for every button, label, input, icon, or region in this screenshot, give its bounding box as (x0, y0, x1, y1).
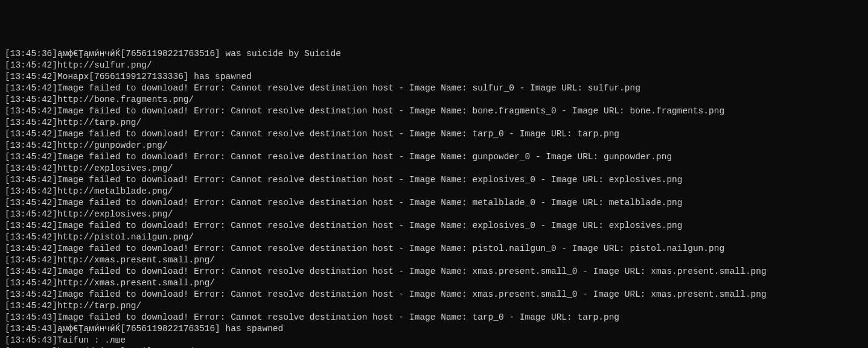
log-message: Image failed to download! Error: Cannot … (57, 289, 767, 299)
log-message: http://metalblade.png/ (57, 186, 173, 196)
log-line: [13:45:42]http://pistol.nailgun.png/ (5, 232, 863, 243)
log-message: Image failed to download! Error: Cannot … (57, 267, 767, 276)
log-line: [13:45:42]http://bone.fragments.png/ (5, 94, 863, 106)
log-message: ąмф€Ţąми́нчи́Ќ[76561198221763516] was su… (57, 49, 341, 59)
log-timestamp: [13:45:42] (5, 221, 57, 230)
log-message: Image failed to download! Error: Cannot … (57, 175, 682, 185)
log-line: [13:45:43]Image failed to download! Erro… (5, 312, 863, 323)
log-timestamp: [13:45:42] (5, 198, 57, 207)
log-line: [13:45:36]ąмф€Ţąми́нчи́Ќ[765611982217635… (5, 48, 863, 60)
log-timestamp: [13:45:42] (5, 152, 57, 162)
log-line: [13:45:42]Image failed to download! Erro… (5, 266, 863, 277)
log-timestamp: [13:45:42] (5, 129, 57, 139)
log-message: Taifun : .лше (57, 335, 126, 345)
log-line: [13:45:42]http://xmas.present.small.png/ (5, 255, 863, 266)
log-line: [13:45:42]Image failed to download! Erro… (5, 151, 863, 163)
log-message: Image failed to download! Error: Cannot … (57, 83, 640, 93)
log-message: http://explosives.png/ (57, 163, 173, 173)
log-message: ąмф€Ţąми́нчи́Ќ[76561198221763516] has sp… (57, 324, 283, 334)
log-message: http://explosives.png/ (57, 209, 173, 219)
log-timestamp: [13:45:42] (5, 72, 57, 81)
log-message: Image failed to download! Error: Cannot … (57, 312, 619, 322)
log-timestamp: [13:45:42] (5, 163, 57, 173)
log-message: Image failed to download! Error: Cannot … (57, 152, 672, 162)
log-line: [13:45:42]http://xmas.present.small.png/ (5, 277, 863, 289)
log-timestamp: [13:45:42] (5, 118, 57, 127)
log-timestamp: [13:45:43] (5, 335, 57, 345)
log-line: [13:45:42]http://tarp.png/ (5, 300, 863, 312)
log-message: Image failed to download! Error: Cannot … (57, 244, 724, 253)
log-message: http://xmas.present.small.png/ (57, 255, 215, 265)
log-line: [13:45:42]http://metalblade.png/ (5, 186, 863, 197)
log-line: [13:45:42]Image failed to download! Erro… (5, 220, 863, 232)
log-timestamp: [13:45:42] (5, 175, 57, 185)
log-message: Image failed to download! Error: Cannot … (57, 198, 682, 207)
log-line: [13:45:42]http://tarp.png/ (5, 117, 863, 128)
log-timestamp: [13:45:42] (5, 244, 57, 253)
log-message: Image failed to download! Error: Cannot … (57, 129, 619, 139)
log-timestamp: [13:45:42] (5, 186, 57, 196)
console-log-output: [13:45:36]ąмф€Ţąми́нчи́Ќ[765611982217635… (5, 48, 863, 348)
log-line: [13:45:42]Image failed to download! Erro… (5, 197, 863, 209)
log-line: [13:45:42]Image failed to download! Erro… (5, 243, 863, 255)
log-timestamp: [13:45:42] (5, 106, 57, 116)
log-timestamp: [13:45:36] (5, 49, 57, 59)
log-line: [13:45:42]http://gunpowder.png/ (5, 140, 863, 151)
log-timestamp: [13:45:42] (5, 289, 57, 299)
log-timestamp: [13:45:42] (5, 83, 57, 93)
log-line: [13:45:42]Image failed to download! Erro… (5, 289, 863, 300)
log-timestamp: [13:45:42] (5, 278, 57, 288)
log-line: [13:45:42]Image failed to download! Erro… (5, 83, 863, 94)
log-message: http://tarp.png/ (57, 118, 141, 127)
log-line: [13:45:43]ąмф€Ţąми́нчи́Ќ[765611982217635… (5, 323, 863, 335)
log-message: Монарх[76561199127133336] has spawned (57, 72, 252, 81)
log-message: http://sulfur.png/ (57, 60, 152, 70)
log-line: [13:45:42]Image failed to download! Erro… (5, 128, 863, 140)
log-line: [13:45:43]Taifun : .лше (5, 335, 863, 346)
log-line: [13:45:42]http://sulfur.png/ (5, 60, 863, 71)
log-timestamp: [13:45:42] (5, 60, 57, 70)
log-timestamp: [13:45:42] (5, 141, 57, 150)
log-timestamp: [13:45:43] (5, 324, 57, 334)
log-timestamp: [13:45:42] (5, 209, 57, 219)
log-timestamp: [13:45:42] (5, 255, 57, 265)
log-message: http://bone.fragments.png/ (57, 95, 194, 104)
log-line: [13:45:42]Image failed to download! Erro… (5, 106, 863, 117)
log-message: http://pistol.nailgun.png/ (57, 232, 194, 242)
log-line: [13:45:42]Монарх[76561199127133336] has … (5, 71, 863, 83)
log-timestamp: [13:45:42] (5, 301, 57, 311)
log-message: Image failed to download! Error: Cannot … (57, 106, 724, 116)
log-line: [13:45:42]Image failed to download! Erro… (5, 174, 863, 186)
log-line: [13:45:42]http://explosives.png/ (5, 209, 863, 220)
log-timestamp: [13:45:42] (5, 267, 57, 276)
log-message: http://xmas.present.small.png/ (57, 278, 215, 288)
log-message: Image failed to download! Error: Cannot … (57, 221, 682, 230)
log-message: http://gunpowder.png/ (57, 141, 168, 150)
log-line: [13:45:42]http://explosives.png/ (5, 163, 863, 174)
log-message: http://tarp.png/ (57, 301, 141, 311)
log-timestamp: [13:45:42] (5, 232, 57, 242)
log-timestamp: [13:45:42] (5, 95, 57, 104)
log-timestamp: [13:45:43] (5, 312, 57, 322)
